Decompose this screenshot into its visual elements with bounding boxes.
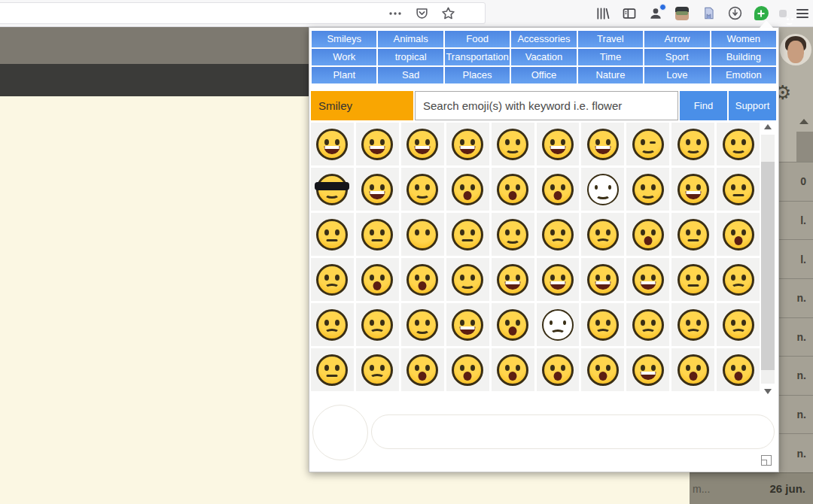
category-women[interactable]: Women bbox=[711, 31, 776, 47]
emoji-kissing-face-with-smiling-eyes[interactable] bbox=[492, 168, 534, 211]
emoji-crying-face[interactable] bbox=[356, 348, 399, 391]
emoji-thinking-face[interactable] bbox=[717, 168, 760, 211]
category-smileys[interactable]: Smileys bbox=[312, 31, 376, 47]
search-input[interactable] bbox=[415, 91, 678, 120]
emoji-downcast-face-with-sweat[interactable] bbox=[717, 258, 760, 301]
emoji-grinning-face-with-sweat[interactable] bbox=[537, 123, 580, 165]
emoji-face-with-rolling-eyes[interactable] bbox=[446, 213, 489, 256]
chat-list-item[interactable]: m... 26 jun. bbox=[690, 472, 813, 504]
emoji-grinning-squinting-face[interactable] bbox=[581, 123, 624, 165]
emoji-slightly-frowning-face[interactable] bbox=[581, 303, 624, 346]
category-plant[interactable]: Plant bbox=[312, 67, 376, 83]
emoji-winking-face-with-tongue[interactable] bbox=[581, 258, 624, 301]
category-food[interactable]: Food bbox=[445, 31, 510, 47]
category-nature[interactable]: Nature bbox=[578, 67, 643, 83]
chat-plus-icon[interactable] bbox=[753, 5, 769, 22]
emoji-frowning-face[interactable] bbox=[537, 303, 580, 346]
emoji-smiling-face-with-heart-eyes[interactable] bbox=[356, 168, 399, 211]
emoji-grinning-face-with-big-eyes[interactable] bbox=[446, 123, 489, 165]
collapse-chevron-icon[interactable] bbox=[799, 119, 808, 124]
category-vacation[interactable]: Vacation bbox=[511, 49, 576, 65]
emoji-anxious-face-with-sweat[interactable] bbox=[671, 348, 714, 391]
page-scrollbar-thumb[interactable] bbox=[796, 132, 813, 163]
category-tropical[interactable]: tropical bbox=[378, 49, 443, 65]
scrollbar-thumb[interactable] bbox=[761, 162, 775, 370]
download-icon[interactable] bbox=[726, 5, 743, 22]
emoji-kissing-face[interactable] bbox=[446, 168, 489, 211]
emoji-kissing-face-with-closed-eyes[interactable] bbox=[537, 168, 580, 211]
emoji-frowning-face-with-open-mouth[interactable] bbox=[446, 348, 489, 391]
emoji-face-with-open-mouth[interactable] bbox=[626, 213, 669, 256]
bookmark-star-icon[interactable] bbox=[440, 5, 456, 22]
bookmark-page-icon[interactable] bbox=[700, 5, 717, 22]
emoji-loudly-crying-face[interactable] bbox=[401, 348, 444, 391]
account-icon[interactable] bbox=[647, 5, 664, 22]
emoji-unamused-face[interactable] bbox=[671, 258, 714, 301]
emoji-confused-face[interactable] bbox=[356, 303, 399, 346]
category-places[interactable]: Places bbox=[445, 67, 510, 83]
emoji-face-with-tears-of-joy[interactable] bbox=[401, 123, 444, 165]
emoji-nerd-face[interactable] bbox=[492, 258, 534, 301]
emoji-face-blowing-a-kiss[interactable] bbox=[401, 168, 444, 211]
emoji-smiling-face-with-smiling-eyes[interactable] bbox=[671, 123, 714, 165]
emoji-zipper-mouth-face[interactable] bbox=[671, 213, 714, 256]
category-love[interactable]: Love bbox=[644, 67, 709, 83]
resize-handle-icon[interactable] bbox=[761, 455, 772, 466]
category-building[interactable]: Building bbox=[711, 49, 776, 65]
emoji-pensive-face[interactable] bbox=[311, 303, 354, 346]
category-time[interactable]: Time bbox=[578, 49, 643, 65]
scroll-up-icon[interactable] bbox=[764, 124, 772, 129]
emoji-persevering-face[interactable] bbox=[537, 213, 580, 256]
user-avatar[interactable] bbox=[780, 34, 811, 65]
emoji-upside-down-face[interactable] bbox=[401, 303, 444, 346]
emoji-confounded-face[interactable] bbox=[626, 303, 669, 346]
support-button[interactable]: Support bbox=[729, 91, 776, 120]
emoji-disappointed-face[interactable] bbox=[671, 303, 714, 346]
extension-avatar-icon[interactable] bbox=[674, 5, 690, 22]
emoji-winking-face[interactable] bbox=[626, 123, 669, 165]
category-accessories[interactable]: Accessories bbox=[511, 31, 576, 47]
sidebar-icon[interactable] bbox=[621, 5, 638, 22]
menu-icon[interactable] bbox=[796, 9, 808, 18]
emoji-fearful-face[interactable] bbox=[537, 348, 580, 391]
emoji-smirking-face[interactable] bbox=[492, 213, 534, 256]
category-sport[interactable]: Sport bbox=[644, 49, 709, 65]
emoji-worried-face[interactable] bbox=[717, 303, 760, 346]
emoji-face-screaming-in-fear[interactable] bbox=[717, 348, 760, 391]
emoji-grinning-face[interactable] bbox=[311, 123, 354, 165]
category-work[interactable]: Work bbox=[312, 49, 376, 65]
emoji-relieved-face[interactable] bbox=[446, 258, 489, 301]
selected-emojis-field[interactable] bbox=[371, 414, 775, 449]
emoji-beaming-face-with-smiling-eyes[interactable] bbox=[356, 123, 399, 165]
url-bar[interactable] bbox=[0, 2, 486, 24]
emoji-grinning-face-with-smiling-eyes[interactable] bbox=[492, 123, 534, 165]
emoji-sleeping-face[interactable] bbox=[401, 258, 444, 301]
pocket-icon[interactable] bbox=[413, 5, 430, 22]
emoji-slightly-smiling-face[interactable] bbox=[626, 168, 669, 211]
emoji-sad-but-relieved-face[interactable] bbox=[581, 213, 624, 256]
emoji-grimacing-face[interactable] bbox=[626, 348, 669, 391]
emoji-face-with-tongue[interactable] bbox=[537, 258, 580, 301]
emoji-expressionless-face[interactable] bbox=[356, 213, 399, 256]
emoji-smiling-face-with-sunglasses[interactable] bbox=[311, 168, 354, 211]
more-options-icon[interactable] bbox=[387, 5, 403, 22]
emoji-scrollbar[interactable] bbox=[761, 123, 775, 396]
category-office[interactable]: Office bbox=[511, 67, 576, 83]
emoji-weary-face[interactable] bbox=[581, 348, 624, 391]
emoji-money-mouth-face[interactable] bbox=[446, 303, 489, 346]
category-sad[interactable]: Sad bbox=[378, 67, 443, 83]
library-icon[interactable] bbox=[595, 5, 611, 22]
find-button[interactable]: Find bbox=[680, 91, 727, 120]
category-arrow[interactable]: Arrow bbox=[644, 31, 709, 47]
emoji-astonished-face[interactable] bbox=[492, 303, 534, 346]
emoji-anguished-face[interactable] bbox=[492, 348, 534, 391]
emoji-sleepy-face[interactable] bbox=[311, 258, 354, 301]
emoji-hushed-face[interactable] bbox=[717, 213, 760, 256]
emoji-face-with-steam-from-nose[interactable] bbox=[311, 348, 354, 391]
emoji-neutral-face[interactable] bbox=[311, 213, 354, 256]
emoji-squinting-face-with-tongue[interactable] bbox=[626, 258, 669, 301]
category-animals[interactable]: Animals bbox=[378, 31, 443, 47]
category-transportation[interactable]: Transportation bbox=[445, 49, 510, 65]
emoji-tired-face[interactable] bbox=[356, 258, 399, 301]
emoji-smiling-face[interactable] bbox=[581, 168, 624, 211]
